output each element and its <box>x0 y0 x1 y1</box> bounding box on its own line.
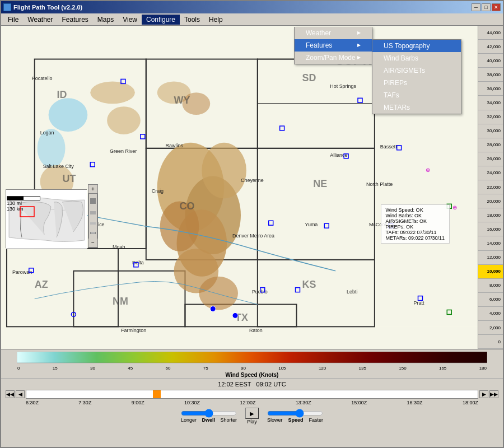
svg-point-17 <box>199 277 238 310</box>
feature-wind-barbs[interactable]: Wind Barbs <box>372 52 461 64</box>
svg-text:CO: CO <box>180 200 195 212</box>
minimize-button[interactable]: ─ <box>472 3 480 11</box>
alt-32000: 32,000 <box>478 110 503 124</box>
svg-text:SD: SD <box>302 72 316 83</box>
title-bar-buttons: ─ □ ✕ <box>472 3 501 11</box>
svg-text:⊕: ⊕ <box>426 167 430 173</box>
alt-0: 0 <box>478 335 503 349</box>
menu-features[interactable]: Features <box>57 15 92 25</box>
play-button[interactable]: ▶ <box>245 408 259 419</box>
svg-text:KS: KS <box>302 279 316 290</box>
longer-label: Longer <box>181 417 197 423</box>
svg-rect-88 <box>17 352 487 363</box>
alt-26000: 26,000 <box>478 152 503 166</box>
alt-10000: 10,000 <box>478 265 503 279</box>
svg-text:Rawlins: Rawlins <box>166 143 184 148</box>
menu-weather[interactable]: Weather <box>23 15 57 25</box>
svg-text:UT: UT <box>62 173 76 184</box>
svg-text:Alliance: Alliance <box>330 152 347 158</box>
speed-label: Speed <box>288 417 303 423</box>
status-pireps: PIREPs: OK <box>386 224 445 230</box>
status-metars: METARs: 09:022 07/30/11 <box>386 235 445 241</box>
svg-text:Yuma: Yuma <box>305 222 318 227</box>
feature-air-sigmets[interactable]: AIR/SIGMETs <box>372 64 461 77</box>
status-wind-barbs: Wind Barbs: OK <box>386 213 445 218</box>
alt-12000: 12,000 <box>478 251 503 265</box>
svg-text:ID: ID <box>57 89 67 100</box>
speed-control: Slower Speed Faster <box>267 409 323 423</box>
alt-30000: 30,000 <box>478 124 503 138</box>
svg-text:⊕: ⊕ <box>452 204 457 211</box>
svg-text:Cheyenne: Cheyenne <box>241 178 264 183</box>
status-air-sigmets: AIR/SIGMETs: OK <box>386 218 445 224</box>
svg-text:Moab: Moab <box>113 244 125 250</box>
feature-metars[interactable]: METARs <box>372 101 461 114</box>
feature-pireps[interactable]: PIREPs <box>372 77 461 89</box>
playback-controls: Longer Dwell Shorter ▶ Play Slower Speed <box>6 405 498 426</box>
alt-24000: 24,000 <box>478 166 503 180</box>
speed-slider[interactable] <box>267 409 323 417</box>
configure-zoom-pan[interactable]: Zoom/Pan Mode▶ <box>295 52 372 64</box>
svg-text:Lebti: Lebti <box>347 289 357 295</box>
dwell-label: Dwell <box>202 417 216 423</box>
alt-18000: 18,000 <box>478 208 503 222</box>
timeline-back-button[interactable]: ◀ <box>16 390 25 398</box>
bottom-panel: 0153045607590105120135150165180 Wind Spe… <box>1 349 503 447</box>
status-overlay: Wind Speed: OK Wind Barbs: OK AIR/SIGMET… <box>381 204 450 244</box>
shorter-label: Shorter <box>220 417 237 423</box>
altitude-scale: 44,000 42,000 40,000 38,000 36,000 34,00… <box>478 26 503 349</box>
timeline-cursor <box>153 390 161 398</box>
alt-44000: 44,000 <box>478 26 503 40</box>
alt-38000: 38,000 <box>478 68 503 82</box>
timeline-track[interactable] <box>26 390 478 399</box>
menu-tools[interactable]: Tools <box>180 15 204 25</box>
configure-features[interactable]: Features▶ US Topography Wind Barbs AIR/S… <box>295 39 372 52</box>
dwell-control: Longer Dwell Shorter <box>181 409 237 423</box>
dwell-slider[interactable] <box>181 409 237 417</box>
wind-color-bar <box>17 352 487 364</box>
svg-text:Salt Lake City: Salt Lake City <box>43 164 74 169</box>
svg-text:Farmington: Farmington <box>121 328 146 333</box>
menu-view[interactable]: View <box>118 15 142 25</box>
scale-miles: 130 mi <box>7 200 40 206</box>
title-bar-text: Flight Path Tool (v2.2.0) <box>3 3 82 11</box>
close-button[interactable]: ✕ <box>492 3 501 11</box>
menu-maps[interactable]: Maps <box>93 15 118 25</box>
scale-km: 130 km <box>7 206 40 212</box>
feature-us-topography[interactable]: US Topography <box>372 40 461 52</box>
feature-tafs[interactable]: TAFs <box>372 89 461 101</box>
zoom-out-button[interactable]: − <box>88 239 97 248</box>
local-time: 12:02 EEST <box>218 381 251 388</box>
svg-text:Bassett: Bassett <box>380 144 397 150</box>
svg-text:Hot Springs: Hot Springs <box>330 83 356 89</box>
configure-weather[interactable]: Weather▶ <box>295 27 372 39</box>
alt-36000: 36,000 <box>478 82 503 96</box>
svg-point-80 <box>210 306 216 312</box>
alt-8000: 8,000 <box>478 279 503 293</box>
timeline-forward-button[interactable]: ▶ <box>479 390 488 398</box>
slower-label: Slower <box>267 417 283 423</box>
alt-4000: 4,000 <box>478 307 503 321</box>
svg-point-23 <box>107 106 141 134</box>
zoom-controls: + − <box>88 184 98 248</box>
wind-legend: 0153045607590105120135150165180 Wind Spe… <box>1 349 503 378</box>
wind-speed-title: Wind Speed (Knots) <box>17 372 487 378</box>
svg-text:Pueblo: Pueblo <box>252 289 268 295</box>
svg-text:North Platte: North Platte <box>366 182 393 188</box>
time-display: 12:02 EEST 09:02 UTC <box>6 381 498 388</box>
timeline-fastforward-button[interactable]: ▶▶ <box>489 390 498 398</box>
maximize-button[interactable]: □ <box>482 3 491 11</box>
menu-file[interactable]: File <box>3 15 23 25</box>
alt-6000: 6,000 <box>478 293 503 307</box>
alt-16000: 16,000 <box>478 222 503 236</box>
svg-text:Denver Metro Area: Denver Metro Area <box>232 233 274 239</box>
svg-point-14 <box>202 143 246 199</box>
timeline-rewind-button[interactable]: ◀◀ <box>6 390 15 398</box>
utc-time: 09:02 UTC <box>256 381 286 388</box>
menu-configure[interactable]: Configure Weather▶ Features▶ US Topograp… <box>142 15 180 25</box>
svg-text:Craig: Craig <box>152 188 164 194</box>
menu-help[interactable]: Help <box>204 15 227 25</box>
zoom-in-button[interactable]: + <box>88 185 97 194</box>
main-window: Flight Path Tool (v2.2.0) ─ □ ✕ File Wea… <box>0 0 504 448</box>
time-panel: 12:02 EEST 09:02 UTC ◀◀ ◀ ▶ ▶▶ 6:30Z7:30… <box>1 378 503 428</box>
